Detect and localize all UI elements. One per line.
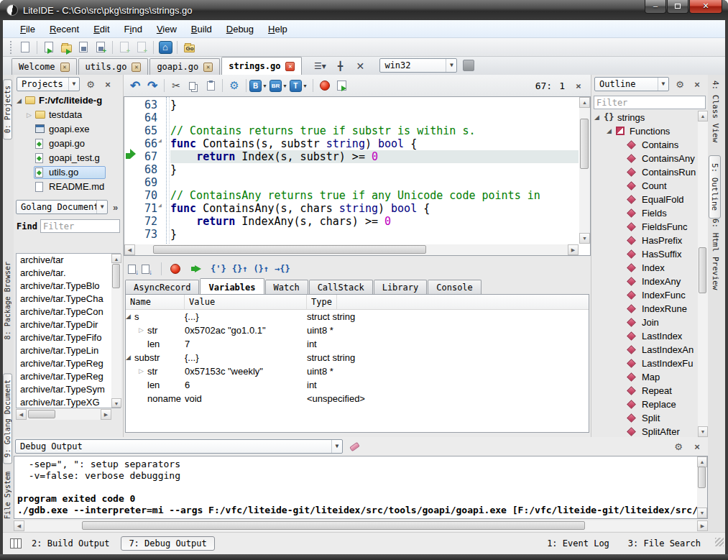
undo-icon[interactable]: ↶ [126, 78, 144, 93]
run-file-icon[interactable] [333, 78, 351, 93]
run-to-cursor-icon[interactable]: →{} [275, 264, 290, 274]
stop-build-icon[interactable] [316, 78, 333, 93]
godoc-list-item[interactable]: archive/tar.TypeFifo [17, 331, 120, 344]
doc-plus-disabled-icon[interactable]: + [116, 40, 133, 55]
save-all-icon[interactable]: + [92, 40, 109, 55]
code-line-66[interactable]: 66◢func Contains(s, substr string) bool … [124, 137, 579, 150]
debug-tab-callstack[interactable]: CallStack [309, 280, 373, 294]
dock-tab-file-system[interactable]: File System [4, 472, 11, 519]
log-break-icon[interactable] [142, 265, 149, 274]
tab-utils-go[interactable]: utils.go✕ [78, 58, 149, 75]
close-tab-icon[interactable]: ✕ [60, 63, 70, 72]
code-line-64[interactable]: 64 [124, 111, 579, 124]
godoc-list-item[interactable]: archive/tar. [17, 267, 120, 280]
statusbar-3-file-search[interactable]: 3: File Search [628, 538, 701, 548]
close-button[interactable]: ✕ [689, 0, 722, 14]
output-panel-select[interactable]: Debug Output▼ [15, 439, 343, 454]
menu-find[interactable]: Find [117, 22, 149, 37]
outline-item-functions[interactable]: ◢Functions [591, 124, 698, 138]
collapsed-arrow-icon[interactable]: ▷ [139, 364, 144, 378]
expanded-arrow-icon[interactable]: ◢ [594, 111, 599, 124]
godoc-list-item[interactable]: archive/tar.TypeXG [17, 396, 120, 408]
outline-item-indexrune[interactable]: IndexRune [591, 302, 698, 316]
resize-grip[interactable] [715, 538, 724, 546]
code-editor[interactable]: 63}6465// Contains returns true if subst… [124, 96, 591, 256]
outline-item-index[interactable]: Index [591, 261, 698, 275]
godoc-list-item[interactable]: archive/tar.TypeCha [17, 293, 120, 306]
outline-panel-select[interactable]: Outline▼ [594, 77, 669, 91]
expanded-arrow-icon[interactable]: ◢ [126, 351, 131, 364]
go-docs-icon[interactable]: Go [180, 40, 198, 55]
step-over-icon[interactable]: {}↑ [232, 264, 248, 274]
code-line-68[interactable]: 68} [124, 163, 579, 176]
outline-item-fieldsfunc[interactable]: FieldsFunc [591, 220, 698, 234]
tab-list-icon[interactable]: ☰▾ [310, 58, 329, 74]
tree-item-f-vfc-liteide-g[interactable]: ◢F:/vfc/liteide-g [14, 93, 123, 108]
menu-edit[interactable]: Edit [86, 22, 116, 37]
redo-icon[interactable]: ↷ [144, 78, 161, 93]
outline-item-join[interactable]: Join [591, 316, 698, 329]
panel-close-icon[interactable]: × [101, 79, 114, 90]
column-header-name[interactable]: Name [126, 295, 185, 309]
variable-row-s[interactable]: ◢s{...}struct string [126, 310, 589, 323]
panel-close-icon[interactable]: × [691, 79, 704, 90]
statusbar-2-build-output[interactable]: 2: Build Output [32, 538, 109, 548]
fold-marker-icon[interactable]: ◢ [158, 137, 167, 144]
add-split-icon[interactable]: ╋ [331, 58, 349, 74]
tree-item-goapi-exe[interactable]: goapi.exe [14, 122, 123, 137]
new-file-icon[interactable] [17, 40, 34, 55]
doclist-vscrollbar[interactable]: ▲ ▼ [111, 254, 121, 408]
outline-item-lastindexfu[interactable]: LastIndexFu [591, 357, 698, 370]
godoc-list-item[interactable]: archive/tar.TypeReg [17, 357, 120, 370]
doc-edit-disabled-icon[interactable]: + [133, 40, 150, 55]
dock-tab-6-html-preview[interactable]: 6: Html Preview [711, 219, 720, 290]
code-line-72[interactable]: 72 return IndexAny(s, chars) >= 0 [124, 215, 579, 228]
menu-build[interactable]: Build [184, 22, 219, 37]
build-config-icon[interactable]: ⚙ [226, 78, 243, 93]
code-line-70[interactable]: 70// ContainsAny returns true if any Uni… [124, 189, 579, 202]
outline-item-hasprefix[interactable]: HasPrefix [591, 234, 698, 247]
statusbar-1-event-log[interactable]: 1: Event Log [547, 538, 609, 548]
open-file-icon[interactable] [40, 40, 57, 55]
dock-tab-9-golang-document[interactable]: 9: Golang Document [3, 373, 12, 464]
variable-row-substr[interactable]: ◢substr{...}struct string [126, 351, 589, 364]
step-into-icon[interactable]: {'} [211, 264, 226, 274]
home-icon[interactable]: ⌂ [157, 40, 174, 55]
outline-item-fields[interactable]: Fields [591, 206, 698, 220]
outline-filter-input[interactable] [594, 96, 706, 109]
debug-tab-console[interactable]: Console [428, 280, 482, 294]
godoc-list-item[interactable]: archive/tar.TypeCon [17, 306, 120, 318]
build-br-button[interactable]: BR [269, 80, 282, 92]
env-extra-button[interactable] [463, 60, 474, 71]
step-out-icon[interactable]: (}↑ [253, 264, 269, 274]
editor-hscrollbar[interactable]: ◀ ▶ [124, 244, 579, 255]
env-select[interactable]: win32▼ [379, 58, 457, 73]
outline-item-repeat[interactable]: Repeat [591, 384, 698, 398]
outline-item-replace[interactable]: Replace [591, 398, 698, 411]
output-hscrollbar[interactable]: ◀ ▶ [14, 520, 708, 531]
debug-output-text[interactable]: -sep=", ": setup separators -v=false: ve… [14, 456, 708, 519]
outline-item-split[interactable]: Split [591, 411, 698, 425]
outline-item-containsrun[interactable]: ContainsRun [591, 165, 698, 179]
godoc-list-item[interactable]: archive/tar.TypeBlo [17, 280, 120, 293]
godoc-list-item[interactable]: archive/tar.TypeSym [17, 383, 120, 396]
variable-row-str[interactable]: ▷str0x5702ac "go1.0.1"uint8 * [126, 323, 589, 337]
copy-icon[interactable] [185, 78, 202, 93]
build-t-button[interactable]: T [290, 80, 302, 92]
code-line-71[interactable]: 71◢func ContainsAny(s, chars string) boo… [124, 202, 579, 215]
godoc-list-item[interactable]: archive/tar.TypeLin [17, 344, 120, 357]
build-b-button[interactable]: B [249, 80, 262, 92]
statusbar-7-debug-output[interactable]: 7: Debug Output [121, 536, 214, 551]
collapsed-arrow-icon[interactable]: ▷ [139, 323, 144, 337]
maximize-button[interactable] [667, 0, 688, 14]
outline-item-indexany[interactable]: IndexAny [591, 275, 698, 288]
outline-item-strings[interactable]: ◢{}strings [591, 111, 698, 124]
code-line-63[interactable]: 63} [124, 98, 579, 111]
close-linecol-icon[interactable]: × [572, 81, 585, 91]
dock-tab-0-projects[interactable]: 0: Projects [3, 79, 12, 139]
debug-tab-asyncrecord[interactable]: AsyncRecord [125, 280, 199, 294]
menu-debug[interactable]: Debug [219, 22, 261, 37]
debug-tab-variables[interactable]: Variables [200, 278, 264, 294]
debug-tab-watch[interactable]: Watch [265, 280, 308, 294]
godoc-list-item[interactable]: archive/tar [17, 254, 120, 267]
